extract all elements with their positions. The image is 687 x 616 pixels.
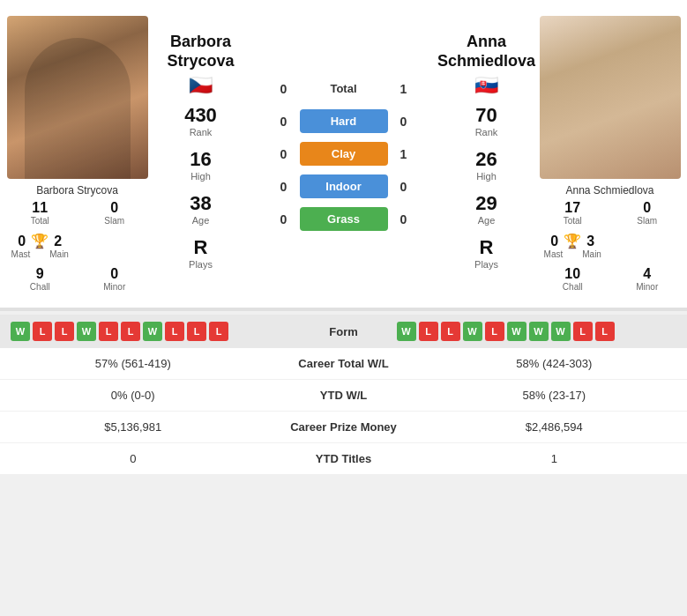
hard-row: 0 Hard 0: [247, 109, 440, 133]
prize-money-label: Career Prize Money: [256, 420, 432, 434]
right-high-lbl: High: [476, 171, 497, 182]
indoor-btn: Indoor: [300, 174, 388, 198]
left-minor-lbl: Minor: [103, 282, 125, 292]
career-wl-label: Career Total W/L: [256, 357, 432, 370]
clay-btn: Clay: [300, 142, 388, 166]
left-high-val: 16: [190, 148, 211, 171]
indoor-left-score: 0: [272, 180, 296, 194]
left-total-lbl: Total: [31, 216, 49, 226]
left-mast-lbl: Mast: [11, 249, 31, 259]
clay-row: 0 Clay 1: [247, 142, 440, 166]
left-main-val: 2: [54, 234, 62, 249]
grass-left-score: 0: [272, 212, 296, 226]
left-rank-val: 430: [184, 104, 217, 127]
right-slam-lbl: Slam: [637, 216, 657, 226]
left-mast-stat: 0 🏆 2 Mast Main: [4, 233, 76, 259]
hard-left-score: 0: [272, 115, 296, 129]
ytd-titles-row: 0 YTD Titles 1: [0, 443, 687, 474]
ytd-wl-right: 58% (23-17): [432, 389, 677, 402]
left-chall-stat2: 9 Chall: [4, 266, 76, 292]
right-player-photo: [540, 16, 681, 179]
right-age-item: 29 Age: [475, 192, 497, 226]
right-chall-val: 10: [564, 266, 580, 282]
left-plays-item: R Plays: [189, 236, 213, 270]
prize-money-right: $2,486,594: [432, 420, 677, 434]
separator: [0, 308, 687, 311]
total-right-score: 1: [392, 82, 416, 96]
form-badge-left: L: [209, 322, 228, 341]
left-form-badges: WLLWLLWLLL: [11, 322, 291, 341]
prize-money-left: $5,136,981: [11, 420, 256, 434]
bottom-section: WLLWLLWLLL Form WLLWLWWWLL 57% (561-419)…: [0, 315, 687, 474]
left-total-stat: 11 Total: [4, 200, 76, 226]
right-trophy-icon: 🏆: [564, 233, 581, 249]
right-slam-val: 0: [643, 200, 651, 216]
right-player-stats: 17 Total 0 Slam 0 🏆 3 Mast Main: [537, 200, 683, 292]
right-age-val: 29: [475, 192, 497, 215]
center-surfaces: 0 Total 1 0 Hard 0 0 Clay 1 0 Indoor 0 0…: [247, 9, 440, 299]
top-section: Barbora Strycova 11 Total 0 Slam 0 🏆 2 M…: [0, 0, 687, 308]
total-btn: Total: [300, 77, 388, 100]
career-wl-right: 58% (424-303): [432, 357, 677, 370]
left-player-card: Barbora Strycova 11 Total 0 Slam 0 🏆 2 M…: [0, 9, 154, 299]
form-badge-left: L: [187, 322, 206, 341]
right-plays-lbl: Plays: [474, 259, 498, 270]
right-rank-item: 70 Rank: [475, 104, 498, 137]
right-chall-lbl: Chall: [563, 282, 583, 292]
left-rank-item: 430 Rank: [184, 104, 217, 137]
form-badge-left: W: [143, 322, 162, 341]
right-chall-stat2: 10 Chall: [537, 266, 609, 292]
form-badge-right: L: [485, 322, 504, 341]
indoor-row: 0 Indoor 0: [247, 174, 440, 198]
left-plays-lbl: Plays: [189, 259, 213, 270]
right-player-card: Anna Schmiedlova 17 Total 0 Slam 0 🏆 3 M…: [533, 9, 687, 299]
form-row: WLLWLLWLLL Form WLLWLWWWLL: [0, 315, 687, 348]
right-plays-item: R Plays: [474, 236, 498, 270]
form-badge-right: W: [551, 322, 571, 341]
left-slam-lbl: Slam: [104, 216, 124, 226]
left-total-val: 11: [32, 200, 48, 216]
left-high-lbl: High: [190, 171, 211, 182]
form-badge-right: W: [529, 322, 549, 341]
right-rank-lbl: Rank: [475, 127, 498, 137]
form-badge-left: L: [55, 322, 74, 341]
left-player-name: Barbora Strycova: [32, 184, 123, 197]
grass-btn: Grass: [300, 207, 388, 231]
form-badge-right: L: [595, 322, 615, 341]
right-minor-val: 4: [643, 266, 651, 282]
form-badge-right: L: [419, 322, 438, 341]
left-chall-val: 9: [36, 266, 44, 282]
ytd-titles-right: 1: [432, 452, 677, 465]
left-plays-val: R: [194, 236, 208, 259]
form-badge-right: W: [463, 322, 482, 341]
form-badge-left: L: [165, 322, 184, 341]
left-minor-val: 0: [110, 266, 118, 282]
form-badge-right: W: [397, 322, 416, 341]
left-slam-val: 0: [110, 200, 118, 216]
grass-right-score: 0: [392, 212, 416, 226]
left-player-stats: 11 Total 0 Slam 0 🏆 2 Mast Main: [4, 200, 150, 292]
form-badge-left: W: [77, 322, 96, 341]
right-minor-lbl: Minor: [636, 282, 658, 292]
left-age-val: 38: [190, 192, 211, 215]
right-center-stats: AnnaSchmiedlova 🇸🇰 70 Rank 26 High 29 Ag…: [440, 9, 533, 299]
right-form-badges: WLLWLWWWLL: [397, 322, 677, 341]
left-trophy-icon: 🏆: [31, 233, 49, 249]
right-mast-val: 0: [550, 234, 558, 249]
right-main-lbl: Main: [582, 249, 601, 259]
form-label: Form: [291, 325, 397, 338]
form-badge-left: L: [99, 322, 118, 341]
right-mast-stat: 0 🏆 3 Mast Main: [537, 233, 609, 259]
form-badge-right: L: [441, 322, 460, 341]
ytd-wl-left: 0% (0-0): [11, 389, 256, 402]
left-player-photo: [7, 16, 148, 179]
right-slam-stat: 0 Slam: [612, 200, 683, 226]
form-badge-left: W: [11, 322, 30, 341]
right-total-val: 17: [564, 200, 580, 216]
left-age-lbl: Age: [192, 215, 210, 226]
total-left-score: 0: [272, 82, 296, 96]
left-mast-val: 0: [18, 234, 26, 249]
left-minor-stat: 0 Minor: [79, 266, 151, 292]
clay-left-score: 0: [272, 147, 296, 161]
form-badge-right: W: [507, 322, 526, 341]
